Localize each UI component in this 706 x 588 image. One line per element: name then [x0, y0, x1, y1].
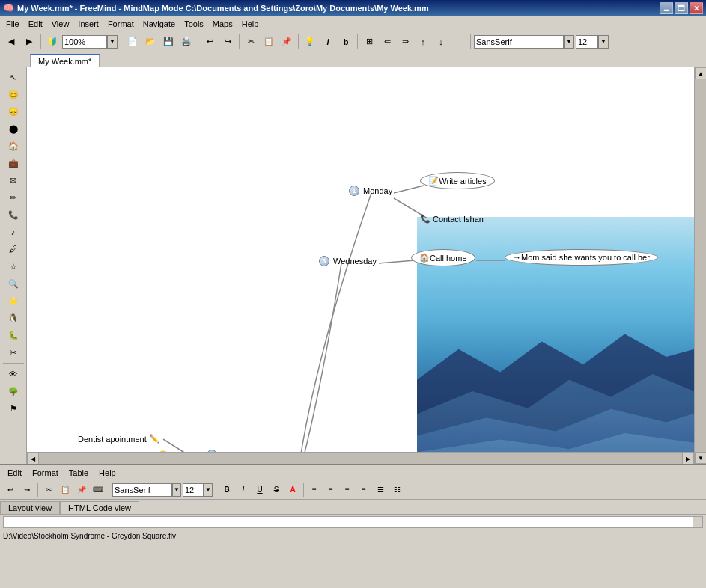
- editor-content-area[interactable]: [3, 516, 703, 528]
- editor-color-button[interactable]: A: [285, 483, 300, 497]
- dentist-node[interactable]: Dentist apointment ✏️: [78, 434, 159, 444]
- editor-size-input[interactable]: 12: [183, 483, 204, 497]
- menu-help[interactable]: Help: [237, 18, 264, 30]
- monday-node[interactable]: 1 Monday: [349, 186, 392, 196]
- editor-menu-help[interactable]: Help: [94, 467, 121, 479]
- undo-button[interactable]: ↩: [201, 34, 218, 50]
- vertical-scrollbar[interactable]: ▲ ▼: [694, 67, 706, 464]
- editor-redo-button[interactable]: ↪: [19, 483, 34, 497]
- editor-tab-layout[interactable]: Layout view: [0, 501, 60, 514]
- size-dropdown[interactable]: ▼: [598, 35, 609, 49]
- phone-icon[interactable]: 📞: [5, 206, 22, 223]
- save-button[interactable]: 💾: [160, 34, 177, 50]
- zoom-dropdown[interactable]: ▼: [107, 35, 118, 49]
- idea-button[interactable]: 💡: [302, 34, 318, 50]
- maximize-button[interactable]: 🗖: [675, 2, 688, 14]
- cut-button[interactable]: ✂: [243, 34, 259, 50]
- bold-button[interactable]: b: [338, 34, 354, 50]
- editor-special-button[interactable]: ⌨: [91, 483, 106, 497]
- work-icon[interactable]: 💼: [5, 155, 22, 171]
- menu-maps[interactable]: Maps: [208, 18, 237, 30]
- italic-button[interactable]: i: [320, 34, 336, 50]
- editor-underline-button[interactable]: U: [252, 483, 267, 497]
- paste-button[interactable]: 📌: [279, 34, 295, 50]
- call-home-node[interactable]: 🏠 Call home: [411, 249, 475, 266]
- redo-button[interactable]: ↪: [219, 34, 236, 50]
- linux-icon[interactable]: 🐧: [5, 310, 22, 326]
- scroll-track-horizontal[interactable]: [39, 453, 682, 464]
- scroll-track-vertical[interactable]: [695, 79, 706, 452]
- editor-align-right-button[interactable]: ≡: [340, 483, 355, 497]
- editor-copy-button[interactable]: 📋: [58, 483, 73, 497]
- menu-file[interactable]: File: [1, 18, 24, 30]
- font-dropdown[interactable]: ▼: [564, 35, 574, 49]
- mail-icon[interactable]: ✉: [5, 172, 22, 189]
- home-icon[interactable]: 🏠: [5, 138, 22, 154]
- editor-menu-table[interactable]: Table: [64, 467, 93, 479]
- scroll-left-button[interactable]: ◀: [27, 453, 39, 464]
- close-button[interactable]: ✕: [690, 2, 703, 14]
- forward-button[interactable]: ▶: [21, 34, 37, 50]
- editor-menu-edit[interactable]: Edit: [3, 467, 26, 479]
- mom-note-node[interactable]: → Mom said she wants you to call her: [505, 249, 658, 266]
- editor-list-ol-button[interactable]: ☷: [389, 483, 404, 497]
- contact-ishan-node[interactable]: 📞 Contact Ishan: [420, 214, 484, 224]
- editor-scrollbar[interactable]: [693, 517, 702, 527]
- copy2-button[interactable]: ⊞: [361, 34, 377, 50]
- smiley-happy[interactable]: 😊: [5, 86, 22, 102]
- horizontal-scrollbar[interactable]: ◀ ▶: [27, 452, 694, 464]
- pen-icon[interactable]: 🖊: [5, 241, 22, 257]
- editor-list-ul-button[interactable]: ☰: [373, 483, 388, 497]
- flag-icon[interactable]: ⚑: [5, 400, 22, 417]
- bug-icon[interactable]: 🐛: [5, 327, 22, 343]
- pencil-icon[interactable]: ✏: [5, 189, 22, 206]
- menu-tools[interactable]: Tools: [180, 18, 208, 30]
- menu-navigate[interactable]: Navigate: [139, 18, 180, 30]
- smiley-sad[interactable]: 😞: [5, 103, 22, 120]
- menu-edit[interactable]: Edit: [24, 18, 47, 30]
- editor-cut-button[interactable]: ✂: [41, 483, 56, 497]
- scissors-icon[interactable]: ✂: [5, 344, 22, 361]
- filter-button[interactable]: 🔰: [44, 34, 61, 50]
- editor-size-dropdown[interactable]: ▼: [204, 483, 213, 497]
- branch-up-button[interactable]: ↑: [415, 34, 431, 50]
- size-input[interactable]: 12: [576, 35, 598, 49]
- copy-button[interactable]: 📋: [261, 34, 277, 50]
- zoom-input[interactable]: 100%: [62, 35, 107, 49]
- star-icon[interactable]: ⭐: [5, 293, 22, 309]
- editor-font-dropdown[interactable]: ▼: [172, 483, 181, 497]
- arrow-right-button[interactable]: ⇒: [397, 34, 413, 50]
- open-button[interactable]: 📂: [142, 34, 159, 50]
- back-button[interactable]: ◀: [3, 34, 19, 50]
- select-tool[interactable]: ↖: [5, 69, 22, 85]
- dash-button[interactable]: —: [451, 34, 467, 50]
- menu-insert[interactable]: Insert: [73, 18, 103, 30]
- print-button[interactable]: 🖨️: [178, 34, 195, 50]
- editor-font-input[interactable]: SansSerif: [112, 483, 172, 497]
- tree-icon[interactable]: 🌳: [5, 383, 22, 399]
- scroll-up-button[interactable]: ▲: [695, 67, 706, 79]
- scroll-right-button[interactable]: ▶: [682, 453, 694, 464]
- scroll-down-button[interactable]: ▼: [695, 452, 706, 464]
- branch-down-button[interactable]: ↓: [433, 34, 449, 50]
- write-articles-node[interactable]: 📝 Write articles: [420, 172, 495, 189]
- editor-tab-html[interactable]: HTML Code view: [60, 501, 139, 514]
- editor-align-left-button[interactable]: ≡: [307, 483, 322, 497]
- menu-view[interactable]: View: [47, 18, 74, 30]
- menu-format[interactable]: Format: [103, 18, 139, 30]
- font-input[interactable]: SansSerif: [474, 35, 564, 49]
- editor-menu-format[interactable]: Format: [28, 467, 63, 479]
- wednesday-node[interactable]: 3 Wednesday: [319, 256, 377, 266]
- new-button[interactable]: 📄: [124, 34, 141, 50]
- arrow-left-button[interactable]: ⇐: [379, 34, 395, 50]
- editor-undo-button[interactable]: ↩: [3, 483, 18, 497]
- editor-align-center-button[interactable]: ≡: [323, 483, 338, 497]
- eye-icon[interactable]: 👁: [5, 366, 22, 382]
- editor-align-justify-button[interactable]: ≡: [356, 483, 371, 497]
- main-tab[interactable]: My Week.mm*: [30, 54, 100, 67]
- editor-bold-button[interactable]: B: [219, 483, 234, 497]
- circle-icon[interactable]: ⬤: [5, 120, 22, 137]
- editor-italic-button[interactable]: I: [236, 483, 251, 497]
- editor-paste-button[interactable]: 📌: [74, 483, 89, 497]
- music-icon[interactable]: ♪: [5, 224, 22, 240]
